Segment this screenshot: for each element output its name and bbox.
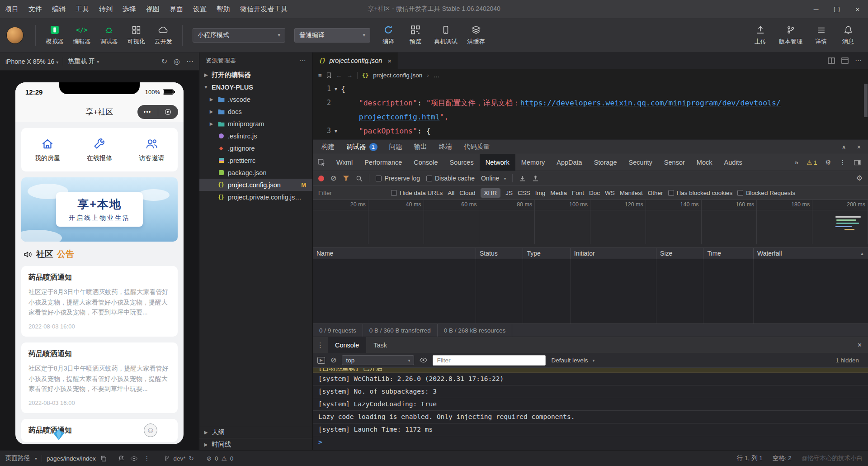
menu-item-project[interactable]: 项目: [0, 0, 24, 18]
filter-type-manifest[interactable]: Manifest: [620, 190, 643, 196]
preserve-log-checkbox[interactable]: Preserve log: [376, 175, 420, 182]
more-icon[interactable]: ⋯: [186, 57, 193, 66]
git-branch-indicator[interactable]: dev* ↻: [164, 455, 193, 462]
tab-performance[interactable]: Performance: [359, 154, 408, 171]
tab-storage[interactable]: Storage: [588, 154, 623, 171]
more-icon[interactable]: ⋯: [299, 57, 307, 65]
messages-button[interactable]: 消息: [835, 21, 862, 49]
menu-item-go[interactable]: 转到: [94, 0, 118, 18]
compile-mode-select[interactable]: 普通编译 ▾: [294, 28, 370, 43]
doc-link[interactable]: projectconfig.html: [359, 113, 440, 121]
breadcrumb-more[interactable]: …: [434, 72, 440, 79]
hot-reload-toggle[interactable]: 热重载 开▾: [68, 57, 99, 66]
column-name[interactable]: Name: [313, 248, 476, 259]
file-project-private-config[interactable]: {} project.private.config.js…: [199, 191, 312, 203]
sync-icon[interactable]: ↻: [189, 455, 193, 462]
menu-item-view[interactable]: 视图: [141, 0, 165, 18]
tab-audits[interactable]: Audits: [718, 154, 748, 171]
gem-float-button[interactable]: [52, 429, 65, 441]
bookmark-icon[interactable]: [326, 72, 331, 78]
network-table-body[interactable]: [313, 259, 868, 324]
column-waterfall[interactable]: Waterfall▲: [754, 248, 868, 259]
editor-scrollbar[interactable]: [864, 84, 868, 117]
has-blocked-cookies-checkbox[interactable]: Has blocked cookies: [668, 190, 733, 196]
menu-item-file[interactable]: 文件: [24, 0, 47, 18]
menu-item-edit[interactable]: 编辑: [47, 0, 71, 18]
timeline-section[interactable]: ▶ 时间线: [199, 438, 312, 450]
page-path-selector[interactable]: 页面路径 ▾: [5, 454, 37, 462]
action-visitor-invite[interactable]: 访客邀请: [126, 137, 178, 162]
warning-icon[interactable]: ⚠ 1: [803, 159, 821, 166]
hide-data-urls-checkbox[interactable]: Hide data URLs: [391, 190, 443, 196]
notifications-off-icon[interactable]: [118, 455, 124, 461]
editor-tab-project-config[interactable]: {} project.config.json ×: [313, 52, 398, 69]
filter-type-js[interactable]: JS: [505, 190, 513, 196]
copy-path-icon[interactable]: [100, 456, 106, 461]
filter-type-xhr[interactable]: XHR: [481, 188, 501, 198]
device-selector[interactable]: iPhone X 85% 16▾: [5, 58, 58, 65]
simulator-toggle-button[interactable]: 模拟器: [41, 21, 68, 49]
column-time[interactable]: Time: [703, 248, 754, 259]
clear-cache-button[interactable]: 清缓存: [462, 21, 490, 49]
tab-mock[interactable]: Mock: [691, 154, 718, 171]
project-root-folder[interactable]: ▼ ENJOY-PLUS: [199, 81, 312, 93]
column-size[interactable]: Size: [656, 248, 703, 259]
tab-security[interactable]: Security: [623, 154, 658, 171]
console-sidebar-icon[interactable]: ▶: [317, 357, 325, 364]
filter-type-other[interactable]: Other: [648, 190, 663, 196]
fold-icon[interactable]: ▼: [333, 82, 339, 96]
execution-context-select[interactable]: top ▾: [342, 355, 414, 365]
tab-debugger[interactable]: 调试器 1: [340, 140, 383, 154]
more-kebab-icon[interactable]: ⋮: [144, 455, 150, 462]
console-log-area[interactable]: [自动热重载] 已开启 [system] WeChatLib: 2.26.0 (…: [313, 368, 868, 450]
details-button[interactable]: 详情: [807, 21, 835, 49]
preview-button[interactable]: 预览: [402, 21, 429, 49]
column-status[interactable]: Status: [476, 248, 523, 259]
code-editor[interactable]: 1▼ { 2 "description": "项目配置文件，详见文档：https…: [313, 82, 868, 139]
fold-icon[interactable]: ▼: [333, 124, 339, 138]
maximize-button[interactable]: ▢: [826, 0, 847, 18]
nav-back-icon[interactable]: ←: [336, 72, 342, 79]
split-editor-icon[interactable]: [828, 57, 835, 64]
settings-gear-icon[interactable]: ⚙: [822, 159, 835, 166]
filter-funnel-icon[interactable]: [343, 175, 349, 181]
dock-side-icon[interactable]: [850, 160, 864, 166]
notice-card[interactable]: 药品喷洒通知 社区定于8月3日中午喷洒灭蚊药，提醒大家看管好小孩及宠物，提醒大家…: [21, 266, 178, 337]
file-docs[interactable]: ▶ docs: [199, 105, 312, 118]
editor-toggle-button[interactable]: </> 编辑器: [68, 21, 95, 49]
screenshot-icon[interactable]: ◎: [174, 57, 180, 66]
tab-problems[interactable]: 问题: [383, 140, 408, 154]
import-har-icon[interactable]: [519, 175, 526, 182]
network-timeline-overview[interactable]: 20 ms 40 ms 60 ms 80 ms 100 ms 120 ms 14…: [313, 200, 868, 247]
upload-button[interactable]: 上传: [747, 21, 774, 49]
tab-console[interactable]: Console: [408, 154, 443, 171]
indentation-setting[interactable]: 空格: 2: [773, 454, 792, 462]
phone-simulator[interactable]: 12:29 100% 享+社区 •••: [15, 82, 184, 444]
clear-icon[interactable]: ⊘: [330, 175, 336, 182]
clear-console-icon[interactable]: ⊘: [330, 357, 336, 364]
drawer-tab-console[interactable]: Console: [328, 337, 366, 353]
drawer-tab-task[interactable]: Task: [366, 337, 394, 353]
minimize-button[interactable]: ─: [806, 0, 826, 18]
inspect-element-icon[interactable]: [313, 159, 330, 166]
file-miniprogram[interactable]: ▶ miniprogram: [199, 118, 312, 130]
menu-item-appearance[interactable]: 界面: [165, 0, 188, 18]
breadcrumb-file[interactable]: project.config.json: [373, 72, 422, 79]
action-online-repair[interactable]: 在线报修: [73, 137, 125, 162]
column-initiator[interactable]: Initiator: [571, 248, 656, 259]
outline-section[interactable]: ▶ 大纲: [199, 426, 312, 438]
blocked-requests-checkbox[interactable]: Blocked Requests: [737, 190, 795, 196]
tab-build[interactable]: 构建: [316, 140, 340, 154]
refresh-icon[interactable]: ↻: [161, 57, 167, 66]
promo-banner[interactable]: 享+本地 开启线上物业生活: [21, 177, 178, 242]
record-button[interactable]: [318, 176, 324, 181]
file-gitignore[interactable]: ◆ .gitignore: [199, 142, 312, 154]
close-tab-icon[interactable]: ×: [387, 57, 392, 65]
compile-button[interactable]: 编译: [375, 21, 402, 49]
network-filter-input[interactable]: [318, 188, 386, 198]
menu-item-tools[interactable]: 工具: [71, 0, 94, 18]
tab-code-quality[interactable]: 代码质量: [458, 140, 496, 154]
file-prettierrc[interactable]: .prettierrc: [199, 154, 312, 166]
live-expression-eye-icon[interactable]: [420, 357, 427, 363]
export-har-icon[interactable]: [532, 175, 539, 182]
